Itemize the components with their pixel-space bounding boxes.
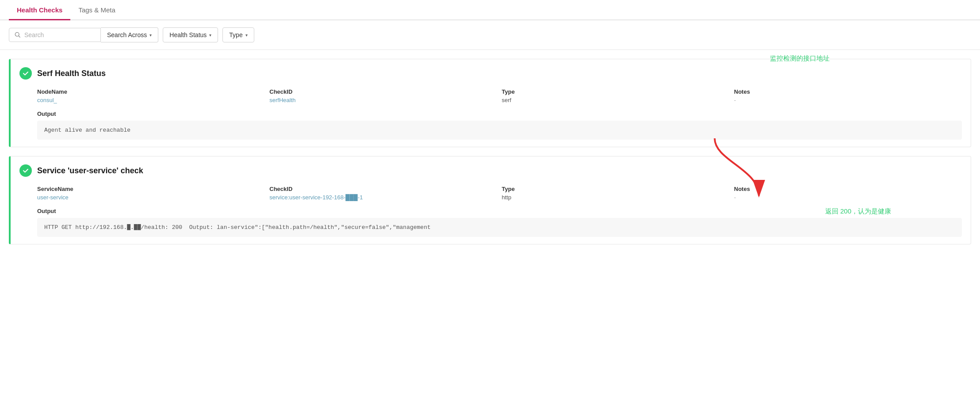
checkmark-icon-2 [22, 167, 29, 174]
field-label-type: Type [502, 88, 730, 95]
search-input[interactable] [24, 31, 95, 38]
chevron-down-icon: ▾ [245, 33, 248, 38]
type-dropdown[interactable]: Type ▾ [222, 27, 254, 42]
field-label-nodename: NodeName [37, 88, 265, 95]
field-value-servicename: user-service [37, 194, 265, 201]
fields-row-serf: NodeName consul_ CheckID serfHealth Type… [11, 87, 971, 107]
field-label-notes: Notes [734, 88, 962, 95]
red-arrow-svg [688, 134, 785, 205]
search-icon [15, 32, 21, 38]
field-nodename: NodeName consul_ [37, 88, 265, 103]
field-value-notes: - [734, 97, 962, 103]
fields-row-user-service: ServiceName user-service CheckID service… [11, 184, 971, 204]
check-header-serf: Serf Health Status [11, 59, 971, 87]
annotation-text-1: 监控检测的接口地址 [770, 54, 830, 63]
filter-bar: Search Across ▾ Health Status ▾ Type ▾ [0, 20, 980, 50]
check-card-user-service: Service 'user-service' check ServiceName… [9, 156, 971, 244]
check-card-serf: Serf Health Status NodeName consul_ Chec… [9, 59, 971, 147]
field-checkid: CheckID serfHealth [269, 88, 497, 103]
cards-wrapper: 监控检测的接口地址 Serf Health Status NodeName co… [9, 59, 971, 244]
annotation-text-2: 返回 200，认为是健康 [825, 207, 891, 216]
chevron-down-icon: ▾ [209, 33, 211, 38]
tabs-container: Health Checks Tags & Meta [0, 0, 980, 20]
status-icon-passing-2 [19, 164, 32, 177]
field-notes: Notes - [734, 88, 962, 103]
output-label-user-service: Output [37, 208, 962, 214]
check-title-serf: Serf Health Status [37, 69, 106, 78]
field-label-checkid-2: CheckID [269, 186, 497, 192]
tab-tags-meta[interactable]: Tags & Meta [70, 0, 123, 20]
check-header-user-service: Service 'user-service' check [11, 156, 971, 184]
output-section-serf: Output Agent alive and reachable [11, 107, 971, 147]
status-icon-passing [19, 67, 32, 80]
tab-health-checks[interactable]: Health Checks [9, 0, 70, 20]
search-box [9, 28, 101, 42]
field-value-nodename: consul_ [37, 97, 265, 103]
output-box-serf: Agent alive and reachable [37, 121, 962, 140]
output-with-annotation: 返回 200，认为是健康 HTTP GET http://192.168.█.█… [37, 218, 962, 237]
field-label-checkid: CheckID [269, 88, 497, 95]
field-value-type: serf [502, 97, 730, 103]
chevron-down-icon: ▾ [149, 33, 152, 38]
svg-line-1 [19, 36, 20, 37]
field-servicename: ServiceName user-service [37, 186, 265, 201]
field-value-checkid-2: service:user-service-192-168-███-1 [269, 194, 497, 201]
content-area: 监控检测的接口地址 Serf Health Status NodeName co… [0, 50, 980, 262]
field-label-servicename: ServiceName [37, 186, 265, 192]
field-type: Type serf [502, 88, 730, 103]
output-box-user-service: HTTP GET http://192.168.█.██/health: 200… [37, 218, 962, 237]
check-title-user-service: Service 'user-service' check [37, 166, 143, 175]
field-checkid-2: CheckID service:user-service-192-168-███… [269, 186, 497, 201]
output-label-serf: Output [37, 110, 962, 117]
field-value-checkid: serfHealth [269, 97, 497, 103]
health-status-dropdown[interactable]: Health Status ▾ [163, 27, 218, 42]
output-section-user-service: Output 返回 200，认为是健康 HTTP GET http://192.… [11, 204, 971, 244]
search-across-dropdown[interactable]: Search Across ▾ [101, 27, 158, 42]
checkmark-icon [22, 70, 29, 77]
